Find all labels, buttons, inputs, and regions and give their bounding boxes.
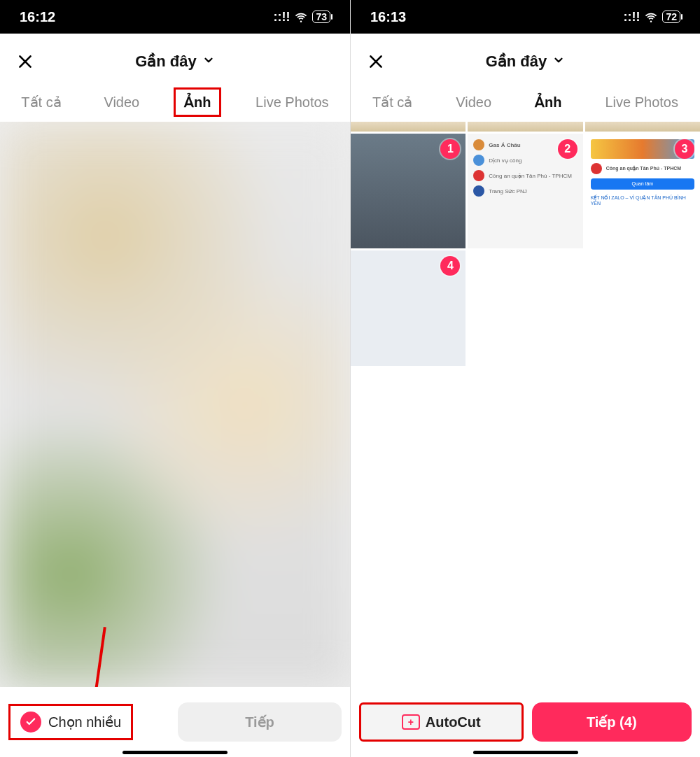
gallery-grid[interactable] bbox=[0, 122, 350, 687]
autocut-button[interactable]: AutoCut bbox=[359, 702, 524, 742]
gallery-grid[interactable]: 1 2 Gas Á Châu Dịch vụ công Công an quận… bbox=[351, 122, 700, 687]
tab-all[interactable]: Tất cả bbox=[13, 90, 69, 115]
bottom-bar: AutoCut Tiếp (4) bbox=[351, 687, 700, 757]
close-button[interactable] bbox=[14, 50, 36, 73]
wifi-icon bbox=[294, 10, 308, 24]
battery-icon: 73 bbox=[312, 10, 330, 23]
status-time: 16:13 bbox=[370, 9, 406, 25]
album-title: Gần đây bbox=[135, 52, 197, 71]
media-tabs: Tất cả Video Ảnh Live Photos bbox=[351, 83, 700, 122]
tab-live[interactable]: Live Photos bbox=[596, 90, 687, 115]
chevron-down-icon bbox=[202, 52, 215, 71]
album-selector[interactable]: Gần đây bbox=[486, 52, 566, 71]
next-button[interactable]: Tiếp (4) bbox=[532, 702, 692, 742]
tab-all[interactable]: Tất cả bbox=[364, 90, 421, 115]
tab-video[interactable]: Video bbox=[95, 90, 148, 115]
next-button[interactable]: Tiếp bbox=[178, 702, 342, 742]
multi-select-label: Chọn nhiều bbox=[48, 714, 121, 730]
photo-thumbnail[interactable]: 3 Công an quận Tân Phú - TPHCM Quan tâm … bbox=[585, 134, 700, 248]
selection-badge: 1 bbox=[440, 139, 460, 159]
annotation-arrow bbox=[84, 625, 87, 687]
tab-video[interactable]: Video bbox=[447, 90, 500, 115]
photo-thumbnail[interactable] bbox=[351, 122, 465, 132]
tab-live[interactable]: Live Photos bbox=[247, 90, 337, 115]
status-right: ::!! 72 bbox=[623, 10, 680, 24]
album-title: Gần đây bbox=[486, 52, 547, 71]
status-right: ::!! 73 bbox=[273, 10, 330, 24]
album-selector[interactable]: Gần đây bbox=[135, 52, 215, 71]
signal-icon: ::!! bbox=[623, 10, 640, 24]
home-indicator bbox=[473, 751, 578, 754]
phone-right: 16:13 ::!! 72 Gần đây Tất cả Video Ảnh L… bbox=[350, 0, 700, 757]
bottom-bar: Chọn nhiều Tiếp bbox=[0, 687, 350, 757]
tab-photo[interactable]: Ảnh bbox=[174, 87, 221, 117]
photo-thumbnail[interactable]: 2 Gas Á Châu Dịch vụ công Công an quận T… bbox=[468, 134, 582, 248]
selection-badge: 2 bbox=[558, 139, 578, 159]
close-button[interactable] bbox=[365, 50, 387, 73]
selection-badge: 3 bbox=[675, 139, 694, 159]
status-time: 16:12 bbox=[20, 9, 55, 25]
wifi-icon bbox=[644, 10, 658, 24]
tab-photo[interactable]: Ảnh bbox=[526, 90, 570, 115]
home-indicator bbox=[122, 751, 227, 754]
check-icon bbox=[20, 712, 41, 733]
chevron-down-icon bbox=[552, 52, 565, 71]
photo-thumbnail[interactable]: 1 bbox=[351, 134, 465, 248]
phone-left: 16:12 ::!! 73 Gần đây Tất cả Video Ảnh L… bbox=[0, 0, 350, 757]
autocut-icon bbox=[402, 714, 420, 730]
selection-badge: 4 bbox=[440, 256, 460, 276]
signal-icon: ::!! bbox=[273, 10, 290, 24]
photo-thumbnail[interactable] bbox=[468, 122, 582, 132]
status-bar: 16:12 ::!! 73 bbox=[0, 0, 350, 34]
status-bar: 16:13 ::!! 72 bbox=[351, 0, 700, 34]
multi-select-toggle[interactable]: Chọn nhiều bbox=[8, 704, 133, 740]
battery-icon: 72 bbox=[662, 10, 680, 23]
picker-header: Gần đây bbox=[0, 41, 350, 83]
photo-thumbnail[interactable] bbox=[585, 122, 700, 132]
picker-header: Gần đây bbox=[351, 41, 700, 83]
photo-thumbnail[interactable]: 4 bbox=[351, 250, 465, 365]
media-tabs: Tất cả Video Ảnh Live Photos bbox=[0, 83, 350, 122]
